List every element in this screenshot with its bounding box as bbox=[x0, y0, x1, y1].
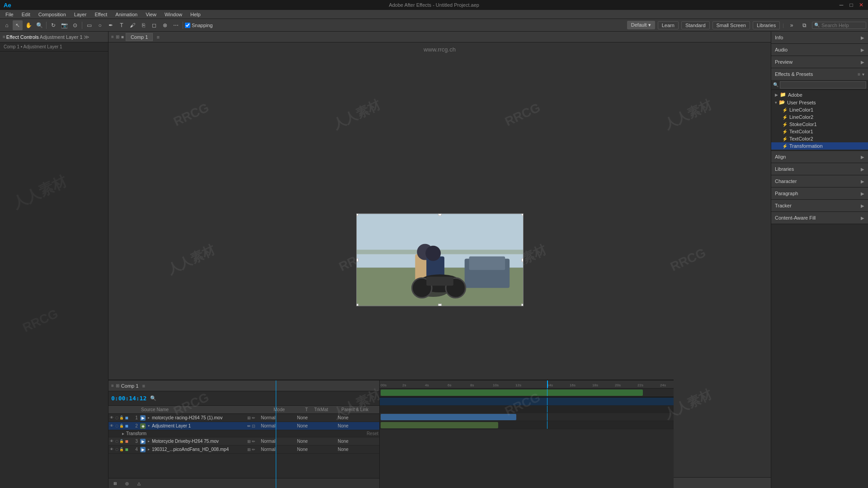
video-frame[interactable] bbox=[356, 214, 524, 306]
layer-4-trkmat[interactable]: None bbox=[297, 447, 338, 452]
layer-4-solo[interactable]: ◌ bbox=[114, 447, 119, 452]
rp-tracker-header[interactable]: Tracker ▶ bbox=[771, 200, 868, 211]
ep-options-icon[interactable]: ≡ bbox=[858, 72, 860, 77]
ep-item-adobe[interactable]: ▶ 📁 Adobe bbox=[771, 91, 868, 99]
layer-3-parent[interactable]: None bbox=[338, 439, 378, 444]
layer-4-label[interactable]: ■ bbox=[124, 447, 129, 452]
layer-2-solo[interactable]: ◌ bbox=[114, 424, 119, 428]
tl-btn-comp[interactable]: ⊞ bbox=[110, 479, 120, 488]
tool-rotate[interactable]: ↻ bbox=[48, 20, 58, 30]
tl-btn-motion-blur[interactable]: △ bbox=[134, 479, 144, 488]
layer-2-eye[interactable]: 👁 bbox=[109, 424, 114, 428]
selection-handle-bc[interactable] bbox=[438, 304, 442, 306]
track-3-clip[interactable] bbox=[381, 414, 516, 420]
layer-3-lock[interactable]: 🔓 bbox=[119, 439, 124, 444]
menu-view[interactable]: View bbox=[142, 11, 160, 18]
tool-mask-rect[interactable]: ▭ bbox=[84, 20, 94, 30]
tool-roto[interactable]: ⊗ bbox=[160, 20, 170, 30]
left-panel-menu[interactable]: ≫ bbox=[84, 34, 90, 40]
selection-handle-bl[interactable] bbox=[356, 304, 359, 306]
layer-3-label[interactable]: ■ bbox=[124, 439, 129, 444]
layer-1-mode[interactable]: Normal bbox=[261, 415, 288, 420]
layer-4-eye[interactable]: 👁 bbox=[109, 447, 114, 452]
ep-item-linecolor1[interactable]: ⚡ LineColor1 bbox=[771, 106, 868, 113]
timeline-ruler[interactable]: 00s 2s 4s 6s 8s 10s 12s 14s 16s 18s 20s bbox=[380, 380, 674, 389]
selection-handle-tr[interactable] bbox=[521, 214, 524, 216]
layer-row-3[interactable]: 👁 ◌ 🔓 ■ 3 ▶ ▸ Motorcycle Driveby-H264 75… bbox=[108, 437, 379, 446]
tool-pen[interactable]: ✒ bbox=[106, 20, 116, 30]
layer-row-2[interactable]: 👁 ◌ 🔓 ■ 2 ◈ ▾ Adjustment Layer 1 ✏ ⊡ bbox=[108, 422, 379, 430]
search-help-container[interactable]: 🔍 bbox=[812, 22, 866, 29]
layer-2-parent[interactable]: None bbox=[338, 423, 378, 428]
tool-home[interactable]: ⌂ bbox=[2, 20, 12, 30]
layer-3-solo[interactable]: ◌ bbox=[114, 439, 119, 444]
minimize-button[interactable]: ─ bbox=[838, 2, 844, 8]
layer-2-label[interactable]: ■ bbox=[124, 424, 129, 428]
menu-edit[interactable]: Edit bbox=[18, 11, 34, 18]
rp-libraries-header[interactable]: Libraries ▶ bbox=[771, 163, 868, 175]
workspace-libraries[interactable]: Libraries bbox=[753, 21, 780, 29]
rp-info-header[interactable]: Info ▶ bbox=[771, 32, 868, 43]
layer-1-lock[interactable]: 🔓 bbox=[119, 416, 124, 420]
layer-3-mode[interactable]: Normal bbox=[261, 439, 288, 444]
ep-item-textcolor2[interactable]: ⚡ TextColor2 bbox=[771, 135, 868, 142]
reset-btn[interactable]: Reset bbox=[367, 431, 378, 436]
close-button[interactable]: ✕ bbox=[858, 2, 864, 8]
menu-window[interactable]: Window bbox=[161, 11, 186, 18]
layer-2-lock[interactable]: 🔓 bbox=[119, 424, 124, 428]
layer-3-eye[interactable]: 👁 bbox=[109, 439, 114, 444]
layer-2-trkmat[interactable]: None bbox=[297, 423, 338, 428]
tool-puppet[interactable]: ⋯ bbox=[171, 20, 181, 30]
ep-item-textcolor1[interactable]: ⚡ TextColor1 bbox=[771, 128, 868, 135]
ep-item-transformation[interactable]: ⚡ Transformation bbox=[771, 142, 868, 150]
left-panel-tab-effect-controls[interactable]: Effect Controls bbox=[6, 34, 39, 40]
current-time[interactable]: 0:00:14:12 bbox=[111, 395, 146, 402]
layer-3-trkmat[interactable]: None bbox=[297, 439, 338, 444]
layer-row-1[interactable]: 👁 ◌ 🔓 ■ 1 ▶ ▸ motorcycle racing-H264 75 … bbox=[108, 414, 379, 422]
layer-3-expand[interactable]: ▸ bbox=[146, 439, 151, 444]
layer-4-expand[interactable]: ▸ bbox=[146, 447, 151, 452]
time-search[interactable]: 🔍 bbox=[150, 395, 156, 401]
ep-item-stokecolor1[interactable]: ⚡ StokeColor1 bbox=[771, 121, 868, 128]
toolbar-extensions[interactable]: ⧉ bbox=[799, 20, 809, 30]
tool-orbit[interactable]: ⊙ bbox=[70, 20, 80, 30]
menu-help[interactable]: Help bbox=[187, 11, 204, 18]
window-controls[interactable]: ─ □ ✕ bbox=[838, 2, 864, 8]
layer-1-label[interactable]: ■ bbox=[124, 416, 129, 420]
rp-align-header[interactable]: Align ▶ bbox=[771, 151, 868, 163]
layer-4-lock[interactable]: 🔓 bbox=[119, 447, 124, 452]
rp-paragraph-header[interactable]: Paragraph ▶ bbox=[771, 188, 868, 199]
tool-clone[interactable]: ⎘ bbox=[138, 20, 148, 30]
layer-4-parent[interactable]: None bbox=[338, 447, 378, 452]
workspace-more[interactable]: » bbox=[787, 20, 797, 30]
layer-1-parent[interactable]: None bbox=[338, 415, 378, 420]
layer-4-mode[interactable]: Normal bbox=[261, 447, 288, 452]
layer-2-expand[interactable]: ▾ bbox=[146, 424, 151, 428]
workspace-default[interactable]: Default ▾ bbox=[627, 21, 655, 29]
layer-2-mode[interactable]: Normal bbox=[261, 423, 288, 428]
comp-header-menu[interactable]: ≡ bbox=[156, 34, 159, 40]
tool-camera[interactable]: 📷 bbox=[59, 20, 69, 30]
menu-animation[interactable]: Animation bbox=[112, 11, 141, 18]
rp-character-header[interactable]: Character ▶ bbox=[771, 175, 868, 187]
menu-file[interactable]: File bbox=[2, 11, 17, 18]
tl-btn-draft[interactable]: ◎ bbox=[122, 479, 132, 488]
ep-item-user-presets[interactable]: ▾ 📂 User Presets bbox=[771, 99, 868, 106]
selection-handle-mr[interactable] bbox=[521, 258, 524, 262]
search-help-input[interactable] bbox=[821, 23, 858, 28]
tool-select[interactable]: ↖ bbox=[13, 20, 23, 30]
layer-2-sub-transform[interactable]: ▸ Transform Reset bbox=[108, 430, 379, 437]
ep-search-input[interactable] bbox=[780, 81, 866, 89]
menu-layer[interactable]: Layer bbox=[71, 11, 90, 18]
rp-ep-header[interactable]: Effects & Presets ≡ ▾ bbox=[771, 68, 868, 80]
comp-tab-comp1[interactable]: Comp 1 bbox=[126, 33, 153, 41]
tool-zoom[interactable]: 🔍 bbox=[34, 20, 44, 30]
layer-row-4[interactable]: 👁 ◌ 🔓 ■ 4 ▶ ▸ 190312_...picoAndFans_HD_0… bbox=[108, 446, 379, 454]
menu-composition[interactable]: Composition bbox=[35, 11, 70, 18]
tool-text[interactable]: T bbox=[117, 20, 127, 30]
tool-eraser[interactable]: ◻ bbox=[149, 20, 159, 30]
tool-hand[interactable]: ✋ bbox=[24, 20, 33, 30]
maximize-button[interactable]: □ bbox=[848, 2, 854, 8]
layer-1-trkmat[interactable]: None bbox=[297, 415, 338, 420]
timeline-menu-btn[interactable]: ≡ bbox=[142, 383, 145, 389]
